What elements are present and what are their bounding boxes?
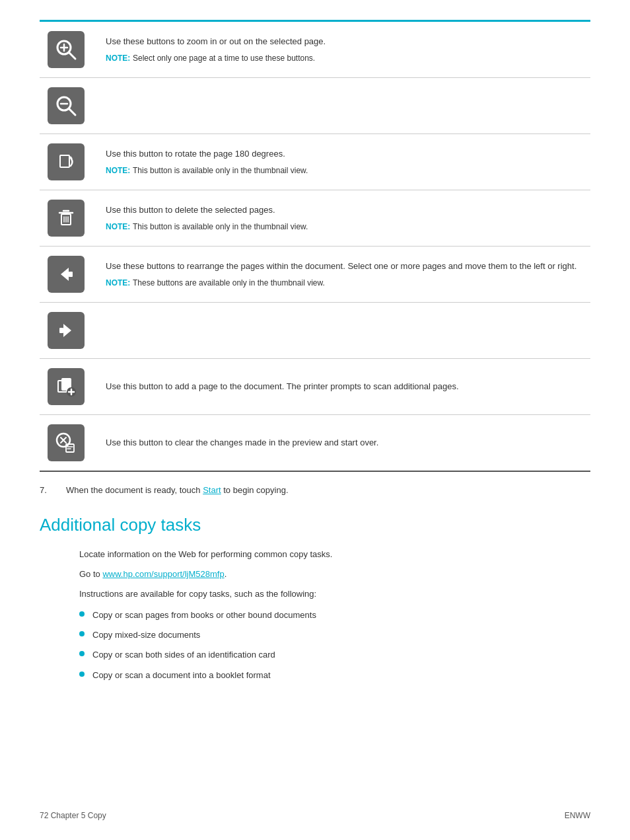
delete-note: NOTE: This button is available only in t… <box>106 220 584 233</box>
bullet-dot <box>79 651 85 656</box>
bullet-dot <box>79 631 85 636</box>
rotate-desc: Use this button to rotate the page 180 d… <box>99 134 590 190</box>
rotate-description: Use this button to rotate the page 180 d… <box>106 147 584 161</box>
clear-svg <box>54 431 78 455</box>
start-link[interactable]: Start <box>203 485 221 495</box>
para2-before: Go to <box>79 569 102 579</box>
note-label: NOTE: <box>106 166 130 175</box>
svg-marker-15 <box>61 268 69 281</box>
icon-cell <box>40 22 99 78</box>
list-item: Copy or scan both sides of an identifica… <box>79 648 590 662</box>
step-7: 7. When the document is ready, touch Sta… <box>40 485 590 495</box>
section-para3: Instructions are available for copy task… <box>79 587 590 601</box>
zoom-in-icon <box>48 31 85 68</box>
clear-desc: Use this button to clear the changes mad… <box>99 415 590 472</box>
zoom-out-desc <box>99 78 590 134</box>
svg-rect-18 <box>59 328 63 333</box>
icon-cell <box>40 359 99 415</box>
delete-svg <box>54 206 78 230</box>
table-row: Use this button to add a page to the doc… <box>40 359 590 415</box>
icon-table: Use these buttons to zoom in or out on t… <box>40 22 590 472</box>
delete-description: Use this button to delete the selected p… <box>106 204 584 217</box>
bullet-text: Copy mixed-size documents <box>92 628 200 642</box>
clear-description: Use this button to clear the changes mad… <box>106 436 584 449</box>
step-7-text-before: When the document is ready, touch <box>66 485 203 495</box>
add-page-icon <box>48 368 85 405</box>
step-number: 7. <box>40 485 66 495</box>
note-text: Select only one page at a time to use th… <box>133 54 315 63</box>
bullet-list: Copy or scan pages from books or other b… <box>79 608 590 682</box>
table-row: Use these buttons to zoom in or out on t… <box>40 22 590 78</box>
section-para1: Locate information on the Web for perfor… <box>79 547 590 562</box>
svg-line-1 <box>69 52 75 59</box>
delete-icon <box>48 200 85 237</box>
note-text: This button is available only in the thu… <box>133 166 308 175</box>
zoom-out-svg <box>54 94 78 118</box>
note-text: These buttons are available only in the … <box>133 278 325 287</box>
section-para2: Go to www.hp.com/support/ljM528mfp. <box>79 567 590 582</box>
zoom-in-svg <box>54 38 78 61</box>
icon-cell <box>40 78 99 134</box>
bullet-text: Copy or scan both sides of an identifica… <box>92 648 275 662</box>
table-row: Use these buttons to rearrange the pages… <box>40 247 590 303</box>
icon-cell <box>40 134 99 190</box>
svg-rect-16 <box>69 272 73 277</box>
arrow-left-desc: Use these buttons to rearrange the pages… <box>99 247 590 303</box>
delete-desc: Use this button to delete the selected p… <box>99 190 590 247</box>
footer-left: 72 Chapter 5 Copy <box>40 811 106 820</box>
page: Use these buttons to zoom in or out on t… <box>0 0 630 840</box>
rotate-icon <box>48 143 85 180</box>
arrow-right-icon <box>48 312 85 349</box>
zoom-in-note: NOTE: Select only one page at a time to … <box>106 52 584 65</box>
bullet-dot <box>79 611 85 617</box>
arrow-right-desc <box>99 303 590 359</box>
list-item: Copy or scan pages from books or other b… <box>79 608 590 623</box>
bullet-text: Copy or scan a document into a booklet f… <box>92 668 271 683</box>
arrow-left-description: Use these buttons to rearrange the pages… <box>106 260 584 273</box>
para2-after: . <box>225 569 227 579</box>
page-footer: 72 Chapter 5 Copy ENWW <box>40 811 590 820</box>
bullet-text: Copy or scan pages from books or other b… <box>92 608 316 623</box>
arrow-right-svg <box>54 319 78 342</box>
add-page-description: Use this button to add a page to the doc… <box>106 380 584 393</box>
add-page-desc: Use this button to add a page to the doc… <box>99 359 590 415</box>
list-item: Copy mixed-size documents <box>79 628 590 642</box>
icon-cell <box>40 190 99 247</box>
icon-cell <box>40 303 99 359</box>
footer-right: ENWW <box>565 811 590 820</box>
section-body: Locate information on the Web for perfor… <box>40 547 590 683</box>
table-row: Use this button to delete the selected p… <box>40 190 590 247</box>
arrow-left-note: NOTE: These buttons are available only i… <box>106 276 584 289</box>
rotate-svg <box>54 150 78 174</box>
clear-icon <box>48 424 85 461</box>
zoom-out-icon <box>48 87 85 124</box>
zoom-in-description: Use these buttons to zoom in or out on t… <box>106 35 584 48</box>
note-label: NOTE: <box>106 278 130 287</box>
note-label: NOTE: <box>106 54 130 63</box>
note-label: NOTE: <box>106 222 130 231</box>
svg-rect-7 <box>60 155 69 167</box>
svg-line-5 <box>69 108 75 115</box>
rotate-note: NOTE: This button is available only in t… <box>106 164 584 177</box>
icon-cell <box>40 415 99 472</box>
add-page-svg <box>54 375 78 399</box>
arrow-left-icon <box>48 256 85 293</box>
icon-cell <box>40 247 99 303</box>
table-row: Use this button to rotate the page 180 d… <box>40 134 590 190</box>
table-row: Use this button to clear the changes mad… <box>40 415 590 472</box>
step-7-text-after: to begin copying. <box>221 485 289 495</box>
list-item: Copy or scan a document into a booklet f… <box>79 668 590 683</box>
bullet-dot <box>79 671 85 677</box>
table-row <box>40 78 590 134</box>
hp-link[interactable]: www.hp.com/support/ljM528mfp <box>102 569 224 579</box>
step-7-text: When the document is ready, touch Start … <box>66 485 590 495</box>
section-title: Additional copy tasks <box>40 515 590 535</box>
zoom-in-desc: Use these buttons to zoom in or out on t… <box>99 22 590 78</box>
svg-marker-17 <box>63 324 71 337</box>
table-row <box>40 303 590 359</box>
note-text: This button is available only in the thu… <box>133 222 308 231</box>
arrow-left-svg <box>54 262 78 286</box>
